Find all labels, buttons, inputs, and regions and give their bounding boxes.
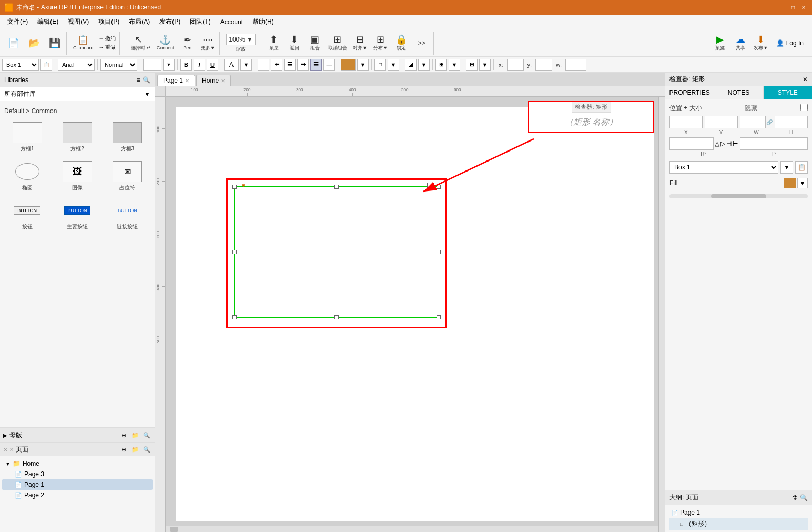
outline-item-rect[interactable]: □ （矩形） (669, 518, 808, 530)
component-item[interactable]: BUTTON 按钮 (4, 198, 50, 233)
close-button[interactable]: ✕ (799, 3, 808, 12)
pages-add-icon[interactable]: ⊕ (119, 445, 128, 454)
pen-button[interactable]: ✒ Pen (178, 33, 197, 54)
select-button[interactable]: ↖ └ 选择时 ↵ (124, 33, 153, 54)
text-misc-button[interactable]: — (323, 59, 335, 71)
outline-search-icon[interactable]: 🔍 (800, 494, 808, 501)
more2-button[interactable]: >> (412, 33, 431, 54)
menu-item-文件[interactable]: 文件(F) (3, 16, 32, 28)
save-file-button[interactable]: 💾 (45, 33, 64, 54)
right-scrollbar[interactable] (669, 194, 808, 198)
pages-search-icon[interactable]: 🔍 (142, 445, 151, 454)
page-item-page2[interactable]: 📄 Page 2 (2, 490, 153, 500)
style-picker-button[interactable]: 📋 (40, 59, 52, 71)
handle-ml[interactable] (232, 250, 237, 254)
bold-button[interactable]: B (180, 59, 192, 71)
component-item[interactable]: 方框1 (4, 120, 50, 155)
font-color-button[interactable]: A (224, 59, 239, 71)
box-style-save-button[interactable]: 📋 (795, 161, 808, 174)
tab-close-icon[interactable]: ✕ (185, 78, 189, 84)
align-button[interactable]: ⊟ 对齐▼ (351, 33, 370, 54)
tab-properties[interactable]: PROPERTIES (665, 86, 714, 99)
fill-color-button[interactable] (341, 59, 356, 71)
pages-folder-icon[interactable]: 📁 (130, 445, 140, 454)
list-style-button[interactable]: ≡ (258, 59, 269, 71)
distribute-button[interactable]: ⊞ 分布▼ (371, 33, 390, 54)
lock-button[interactable]: 🔒 锁定 (392, 33, 411, 54)
canvas-content[interactable]: ▼ 检查器: 矩 (166, 97, 665, 532)
page-item-page3[interactable]: 📄 Page 3 (2, 469, 153, 479)
box-style-select[interactable]: Box 1 (669, 161, 778, 174)
handle-tr[interactable] (437, 185, 441, 189)
align-left-button[interactable]: ⬅ (271, 59, 282, 71)
underline-button[interactable]: U (207, 59, 218, 71)
libraries-search-icon[interactable]: 🔍 (143, 76, 150, 84)
align-right-button[interactable]: ➡ (297, 59, 309, 71)
flip-h-icon[interactable]: △ (715, 140, 719, 147)
y-position-input[interactable]: 153 (535, 59, 552, 71)
align-justify-button[interactable]: ☰ (310, 59, 322, 71)
horizontal-scrollbar[interactable] (166, 526, 658, 532)
w-input[interactable]: 300 (740, 116, 766, 128)
x-position-input[interactable]: 124 (507, 59, 524, 71)
align-center-button[interactable]: ☰ (284, 59, 296, 71)
masters-search-icon[interactable]: 🔍 (142, 430, 151, 440)
outline-item-page1[interactable]: 📄 Page 1 (669, 507, 808, 518)
shape-effects-button[interactable]: ◢ (405, 59, 417, 71)
page-item-page1[interactable]: 📄 Page 1 (2, 479, 153, 490)
menu-item-团队[interactable]: 团队(T) (186, 16, 215, 28)
canvas-rectangle[interactable]: ▼ (234, 186, 439, 318)
border-style-button[interactable]: □ (374, 59, 386, 71)
maximize-button[interactable]: □ (789, 3, 797, 12)
handle-br[interactable] (437, 315, 441, 319)
t-input[interactable]: 0 (740, 137, 808, 150)
col-dropdown[interactable]: ▼ (479, 59, 491, 71)
connect-button[interactable]: ⚓ Connect (155, 33, 177, 54)
masters-folder-icon[interactable]: 📁 (130, 430, 140, 440)
component-item[interactable]: BUTTON 链接按钮 (105, 198, 150, 233)
italic-button[interactable]: I (194, 59, 205, 71)
login-button[interactable]: 👤 Log In (772, 37, 808, 49)
menu-item-视图[interactable]: 视图(V) (64, 16, 93, 28)
h-input[interactable]: 170 (775, 116, 808, 128)
menu-item-帮助[interactable]: 帮助(H) (248, 16, 278, 28)
handle-tl[interactable] (232, 185, 237, 189)
shape-dropdown[interactable]: ▼ (418, 59, 430, 71)
handle-mr[interactable] (437, 250, 441, 254)
font-color-dropdown[interactable]: ▼ (240, 59, 252, 71)
new-file-button[interactable]: 📄 (4, 33, 23, 54)
menu-item-布局[interactable]: 布局(A) (125, 16, 154, 28)
handle-bl[interactable] (232, 315, 237, 319)
ungroup-button[interactable]: ⊞ 取消组合 (326, 33, 349, 54)
box-style-edit-button[interactable]: ▼ (780, 161, 793, 174)
handle-bm[interactable] (334, 315, 339, 319)
vertical-scrollbar[interactable] (658, 97, 665, 532)
fill-color-swatch[interactable] (784, 178, 796, 188)
fill-color-dropdown[interactable]: ▼ (357, 59, 369, 71)
handle-tm[interactable] (334, 185, 339, 189)
undo-button[interactable]: ← 撤消 (97, 34, 118, 43)
fill-color-dropdown-button[interactable]: ▼ (797, 178, 808, 188)
layout-dropdown[interactable]: ▼ (449, 59, 460, 71)
rotate2-icon[interactable]: ⊢ (733, 140, 738, 147)
w-size-input[interactable]: 300 (565, 59, 586, 71)
menu-item-account[interactable]: Account (216, 17, 247, 27)
pages-close-icon2[interactable]: ✕ (9, 447, 14, 453)
x-input[interactable]: 124 (669, 116, 703, 128)
libraries-menu-icon[interactable]: ≡ (137, 76, 140, 84)
component-item[interactable]: 🖼 图像 (54, 159, 100, 194)
h-scroll-thumb[interactable] (170, 527, 178, 532)
group-button[interactable]: ▣ 组合 (306, 33, 324, 54)
zoom-button[interactable]: 100% ▼ 缩放 (224, 33, 258, 54)
clipboard-button[interactable]: 📋 Clipboard (71, 33, 96, 54)
tab-notes[interactable]: NOTES (714, 86, 763, 99)
component-item[interactable]: 椭圆 (4, 159, 50, 194)
redo-button[interactable]: → 重做 (97, 43, 118, 52)
inspection-close-icon[interactable]: ✕ (803, 76, 808, 83)
component-item[interactable]: 方框3 (105, 120, 150, 155)
publish-button[interactable]: ⬇ 发布▼ (752, 33, 770, 54)
flip-v-icon[interactable]: ▷ (720, 140, 725, 147)
component-item[interactable]: 方框2 (54, 120, 100, 155)
layout-button[interactable]: ⊞ (435, 59, 447, 71)
open-file-button[interactable]: 📂 (25, 33, 44, 54)
